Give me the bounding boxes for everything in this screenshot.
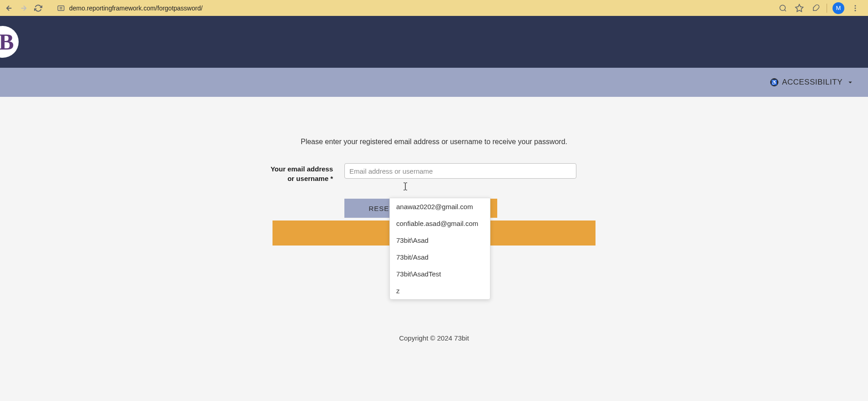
chevron-down-icon	[846, 78, 854, 86]
instruction-text: Please enter your registered email addre…	[301, 138, 567, 146]
email-row: Your email address or username *	[270, 163, 598, 183]
address-bar[interactable]: demo.reportingframework.com/forgotpasswo…	[51, 2, 770, 14]
toolbar-divider	[827, 4, 827, 13]
logo[interactable]: B	[0, 23, 19, 61]
autocomplete-item[interactable]: 73bit\AsadTest	[390, 266, 490, 282]
back-button[interactable]	[4, 3, 15, 14]
email-input[interactable]	[344, 163, 576, 179]
autocomplete-item[interactable]: confiable.asad@gmail.com	[390, 215, 490, 232]
accessibility-toggle[interactable]: ACCESSIBILITY	[770, 78, 854, 87]
svg-point-8	[855, 10, 856, 11]
svg-point-6	[855, 5, 856, 6]
accessibility-bar: ACCESSIBILITY	[0, 68, 868, 97]
extensions-icon[interactable]	[810, 3, 821, 14]
autocomplete-item[interactable]: z	[390, 282, 490, 299]
svg-point-3	[780, 5, 785, 10]
toolbar-right: M	[777, 2, 864, 14]
reload-button[interactable]	[33, 3, 44, 14]
main-content: Please enter your registered email addre…	[0, 97, 868, 342]
autocomplete-item[interactable]: anawaz0202@gmail.com	[390, 198, 490, 215]
bookmark-icon[interactable]	[794, 3, 805, 14]
menu-icon[interactable]	[850, 3, 861, 14]
svg-rect-0	[58, 5, 64, 10]
autocomplete-item[interactable]: 73bit\Asad	[390, 232, 490, 249]
svg-point-7	[855, 7, 856, 9]
browser-toolbar: demo.reportingframework.com/forgotpasswo…	[0, 0, 868, 16]
email-label: Your email address or username *	[270, 163, 333, 183]
profile-avatar[interactable]: M	[833, 2, 844, 14]
accessibility-icon	[770, 78, 778, 86]
page-header: B	[0, 16, 868, 68]
forward-button[interactable]	[18, 3, 29, 14]
url-text: demo.reportingframework.com/forgotpasswo…	[69, 5, 202, 12]
svg-marker-5	[796, 4, 803, 11]
forgot-password-form: Please enter your registered email addre…	[270, 138, 598, 246]
copyright-text: Copyright © 2024 73bit	[399, 334, 469, 342]
site-info-icon[interactable]	[56, 4, 66, 13]
zoom-icon[interactable]	[777, 3, 788, 14]
text-cursor-icon	[402, 182, 409, 193]
svg-line-4	[784, 10, 786, 11]
autocomplete-item[interactable]: 73bit/Asad	[390, 249, 490, 266]
autocomplete-dropdown: anawaz0202@gmail.com confiable.asad@gmai…	[389, 198, 490, 300]
